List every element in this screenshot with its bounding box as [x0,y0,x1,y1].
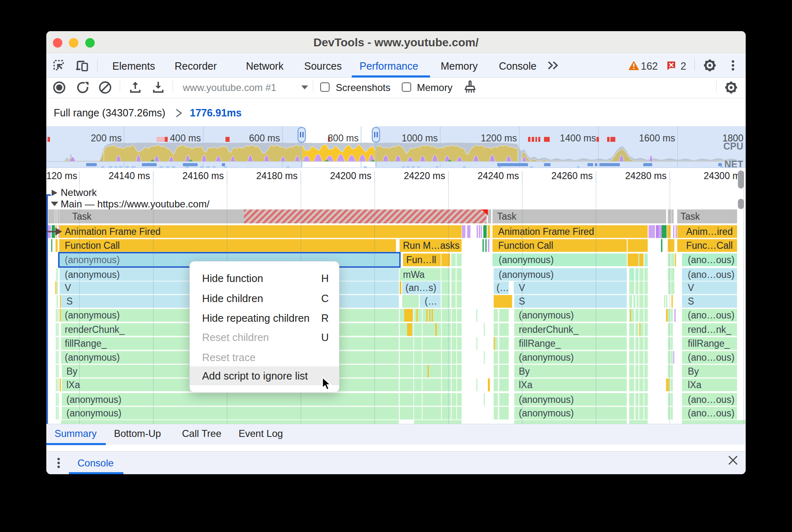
svg-text:Function Call: Function Call [498,240,553,251]
svg-text:(ano…ous): (ano…ous) [688,352,735,363]
svg-text:(…: (… [425,296,437,307]
svg-text:1200 ms: 1200 ms [481,133,517,143]
svg-text:800 ms: 800 ms [328,133,359,143]
svg-text:600 ms: 600 ms [249,133,280,143]
svg-text:By: By [688,366,699,377]
svg-text:(ano…ous): (ano…ous) [688,310,735,321]
svg-text:Anim…ired: Anim…ired [686,226,733,237]
svg-text:(anonymous): (anonymous) [519,310,574,321]
svg-text:Main — https://www.youtube.com: Main — https://www.youtube.com/ [61,198,209,209]
svg-text:(ano…ous): (ano…ous) [688,408,735,418]
svg-text:fillRange_: fillRange_ [688,338,730,349]
svg-text:1600 ms: 1600 ms [639,133,675,143]
svg-text:(…: (… [496,282,509,293]
svg-text:S: S [688,296,694,307]
svg-text:fillRange_: fillRange_ [519,338,561,349]
svg-text:Run M…asks: Run M…asks [403,240,460,251]
svg-text:(anonymous): (anonymous) [65,310,120,321]
svg-text:renderChunk_: renderChunk_ [519,324,579,335]
svg-text:Function Call: Function Call [65,240,120,251]
svg-text:24160 ms: 24160 ms [182,171,224,181]
svg-text:24140 ms: 24140 ms [109,171,150,181]
svg-text:lXa: lXa [688,380,701,390]
svg-text:fillRange_: fillRange_ [65,338,107,349]
svg-text:1400 ms: 1400 ms [560,133,596,143]
svg-text:renderChunk_: renderChunk_ [65,324,125,335]
svg-text:24280 ms: 24280 ms [625,171,667,181]
svg-text:120 ms: 120 ms [46,171,77,181]
svg-text:Fun…ll: Fun…ll [406,255,436,265]
svg-text:200 ms: 200 ms [91,133,122,143]
svg-text:S: S [66,296,73,307]
svg-text:Task: Task [497,211,517,222]
svg-text:NET: NET [724,159,743,168]
svg-text:(anonymous): (anonymous) [66,408,121,418]
svg-text:(anonymous): (anonymous) [65,269,120,280]
svg-text:24220 ms: 24220 ms [404,171,445,181]
svg-text:(ano…ous): (ano…ous) [688,269,735,280]
svg-text:(anonymous): (anonymous) [519,352,574,363]
svg-text:lXa: lXa [66,380,80,390]
svg-text:(ano…ous): (ano…ous) [688,394,735,405]
svg-text:Network: Network [61,187,97,198]
svg-text:(anonymous): (anonymous) [519,408,574,418]
svg-text:Func…Call: Func…Call [686,240,733,251]
svg-text:mWa: mWa [403,269,425,280]
svg-text:CPU: CPU [723,141,743,152]
svg-text:24260 ms: 24260 ms [551,171,593,181]
svg-text:By: By [519,366,530,377]
svg-text:(ano…ous): (ano…ous) [688,255,735,265]
svg-text:(anonymous): (anonymous) [66,394,121,405]
svg-text:24200 ms: 24200 ms [330,171,371,181]
svg-text:(an…s): (an…s) [405,282,436,293]
svg-text:(anonymous): (anonymous) [519,394,574,405]
svg-text:(anonymous): (anonymous) [65,352,120,363]
svg-text:24300 m: 24300 m [703,171,740,181]
svg-text:24240 ms: 24240 ms [478,171,519,181]
svg-text:Task: Task [72,211,92,222]
svg-text:400 ms: 400 ms [170,133,201,143]
svg-text:(anonymous): (anonymous) [499,269,554,280]
svg-text:Animation Frame Fired: Animation Frame Fired [498,226,594,237]
svg-text:1000 ms: 1000 ms [402,133,438,143]
svg-text:(anonymous): (anonymous) [499,255,554,265]
svg-text:lXa: lXa [519,380,533,390]
svg-text:V: V [65,282,71,293]
svg-text:By: By [66,366,77,377]
svg-text:24180 ms: 24180 ms [256,171,298,181]
svg-text:(anonymous): (anonymous) [65,255,120,265]
svg-text:V: V [688,282,694,293]
svg-text:Task: Task [680,211,700,222]
svg-text:rend…nk_: rend…nk_ [688,324,732,335]
